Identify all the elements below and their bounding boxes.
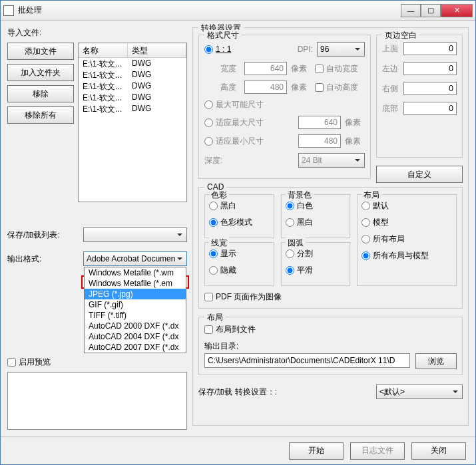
close-button[interactable]: ✕ bbox=[441, 4, 473, 17]
color-mode-radio[interactable]: 色彩模式 bbox=[209, 217, 252, 228]
col-name-header[interactable]: 名称 bbox=[79, 43, 128, 57]
auto-height-checkbox[interactable]: 自动高度 bbox=[315, 82, 358, 93]
table-row: E:\1-软文...DWG bbox=[79, 92, 186, 103]
lw-hide-radio[interactable]: 隐藏 bbox=[209, 265, 236, 276]
depth-label: 深度: bbox=[204, 155, 236, 166]
margin-right-input[interactable] bbox=[403, 82, 457, 95]
ratio-1-1-radio[interactable]: 1 : 1 bbox=[204, 45, 231, 54]
width-input[interactable] bbox=[244, 62, 287, 75]
import-files-label: 导入文件: bbox=[7, 27, 187, 39]
output-format-label: 输出格式: bbox=[7, 253, 79, 265]
depth-combo[interactable]: 24 Bit bbox=[298, 153, 365, 168]
preview-box bbox=[7, 372, 187, 430]
layout-output-group: 布局 布局到文件 输出目录: 浏览 bbox=[198, 317, 463, 375]
color-bw-radio[interactable]: 黑白 bbox=[209, 200, 236, 212]
margins-group: 页边空白 上面 左边 右侧 底部 bbox=[376, 35, 463, 158]
bgcolor-group: 背景色 白色 黑白 bbox=[281, 194, 351, 238]
output-format-combo[interactable]: Adobe Acrobat Documen Windows Metafile (… bbox=[83, 251, 187, 266]
converter-settings-group: 转换器设置 格式尺寸 1 : 1 DPI: 96 宽度 bbox=[192, 27, 469, 426]
dropdown-option[interactable]: Windows Metafile (*.wm bbox=[85, 267, 186, 278]
width-label: 宽度 bbox=[220, 63, 240, 75]
dpi-label: DPI: bbox=[298, 45, 313, 54]
chevron-down-icon bbox=[352, 155, 363, 166]
dropdown-option[interactable]: AutoCAD 2004 DXF (*.dx bbox=[85, 331, 186, 342]
window: 批处理 — ▢ ✕ 导入文件: 添加文件 加入文件夹 移除 移除所有 名称 类型 bbox=[0, 0, 476, 465]
remove-all-button[interactable]: 移除所有 bbox=[7, 106, 74, 124]
layout-all-radio[interactable]: 所有布局 bbox=[361, 233, 405, 245]
arc-group: 圆弧 分割 平滑 bbox=[281, 242, 351, 286]
close-dialog-button[interactable]: 关闭 bbox=[411, 442, 466, 460]
titlebar: 批处理 — ▢ ✕ bbox=[1, 1, 475, 21]
dropdown-option[interactable]: Windows Metafile (*.em bbox=[85, 278, 186, 289]
footer-bar: 开始 日志文件 关闭 bbox=[1, 436, 475, 464]
dropdown-option[interactable]: TIFF (*.tiff) bbox=[85, 310, 186, 321]
height-label: 高度 bbox=[220, 82, 240, 93]
linewidth-group: 线宽 显示 隐藏 bbox=[204, 242, 274, 286]
dropdown-option[interactable]: AutoCAD 2000 DXF (*.dx bbox=[85, 321, 186, 331]
minimize-button[interactable]: — bbox=[401, 4, 421, 17]
app-icon bbox=[3, 5, 14, 16]
table-row: E:\1-软文...DWG bbox=[79, 58, 186, 69]
arc-smooth-radio[interactable]: 平滑 bbox=[286, 265, 313, 276]
maximize-button[interactable]: ▢ bbox=[421, 4, 441, 17]
output-format-dropdown: Windows Metafile (*.wm Windows Metafile … bbox=[84, 267, 186, 353]
fit-max-input[interactable] bbox=[298, 116, 341, 129]
window-title: 批处理 bbox=[18, 5, 401, 16]
bg-white-radio[interactable]: 白色 bbox=[286, 200, 313, 212]
browse-button[interactable]: 浏览 bbox=[415, 353, 457, 369]
chevron-down-icon bbox=[352, 44, 363, 55]
layout-model-radio[interactable]: 模型 bbox=[361, 217, 389, 228]
fit-max-radio[interactable]: 适应最大尺寸 bbox=[204, 117, 264, 128]
format-size-group: 格式尺寸 1 : 1 DPI: 96 宽度 像素 自动宽度 bbox=[198, 35, 371, 179]
color-group: 色彩 黑白 色彩模式 bbox=[204, 194, 274, 238]
bg-black-radio[interactable]: 黑白 bbox=[286, 217, 313, 228]
layout-default-radio[interactable]: 默认 bbox=[361, 200, 389, 212]
remove-button[interactable]: 移除 bbox=[7, 85, 74, 102]
file-table[interactable]: 名称 类型 E:\1-软文...DWG E:\1-软文...DWG E:\1-软… bbox=[78, 43, 187, 202]
saveload-list-combo[interactable] bbox=[83, 228, 187, 242]
dropdown-option-selected[interactable]: JPEG (*.jpg) bbox=[85, 289, 186, 299]
margin-bottom-input[interactable] bbox=[403, 102, 457, 115]
log-file-button[interactable]: 日志文件 bbox=[350, 442, 405, 460]
cad-group: CAD 色彩 黑白 色彩模式 线宽 显示 隐藏 bbox=[198, 187, 463, 309]
dropdown-option[interactable]: AutoCAD 2007 DXF (*.dx bbox=[85, 342, 186, 353]
add-folder-button[interactable]: 加入文件夹 bbox=[7, 64, 74, 81]
fit-min-radio[interactable]: 适应最小尺寸 bbox=[204, 136, 264, 147]
table-row: E:\1-软文...DWG bbox=[79, 80, 186, 92]
customize-button[interactable]: 自定义 bbox=[376, 166, 463, 183]
arc-split-radio[interactable]: 分割 bbox=[286, 248, 313, 259]
max-possible-radio[interactable]: 最大可能尺寸 bbox=[204, 99, 264, 110]
lw-show-radio[interactable]: 显示 bbox=[209, 248, 236, 259]
auto-width-checkbox[interactable]: 自动宽度 bbox=[315, 63, 358, 75]
output-dir-input[interactable] bbox=[204, 353, 410, 368]
output-dir-label: 输出目录: bbox=[204, 341, 457, 352]
enable-preview-checkbox[interactable]: 启用预览 bbox=[7, 357, 187, 368]
margin-top-input[interactable] bbox=[403, 42, 457, 55]
height-input[interactable] bbox=[244, 80, 287, 94]
chevron-down-icon bbox=[174, 253, 185, 264]
layout-choice-group: 布局 默认 模型 所有布局 所有布局与模型 bbox=[357, 194, 457, 286]
table-row: E:\1-软文...DWG bbox=[79, 103, 186, 114]
start-button[interactable]: 开始 bbox=[289, 442, 344, 460]
fit-min-input[interactable] bbox=[298, 134, 341, 148]
dpi-combo[interactable]: 96 bbox=[317, 42, 365, 57]
table-row: E:\1-软文...DWG bbox=[79, 69, 186, 80]
layout-all-model-radio[interactable]: 所有布局与模型 bbox=[361, 250, 429, 261]
margin-left-input[interactable] bbox=[403, 62, 457, 75]
pdf-as-image-checkbox[interactable]: PDF 页面作为图像 bbox=[204, 291, 457, 303]
chevron-down-icon bbox=[174, 230, 185, 240]
saveload-settings-label: 保存/加载 转换设置：: bbox=[198, 387, 372, 398]
col-type-header[interactable]: 类型 bbox=[128, 43, 186, 57]
dropdown-option[interactable]: GIF (*.gif) bbox=[85, 299, 186, 310]
saveload-settings-combo[interactable]: <默认> bbox=[376, 385, 463, 399]
layout-to-file-checkbox[interactable]: 布局到文件 bbox=[204, 324, 457, 335]
chevron-down-icon bbox=[450, 387, 461, 397]
saveload-list-label: 保存/加载列表: bbox=[7, 230, 79, 241]
add-files-button[interactable]: 添加文件 bbox=[7, 43, 74, 60]
